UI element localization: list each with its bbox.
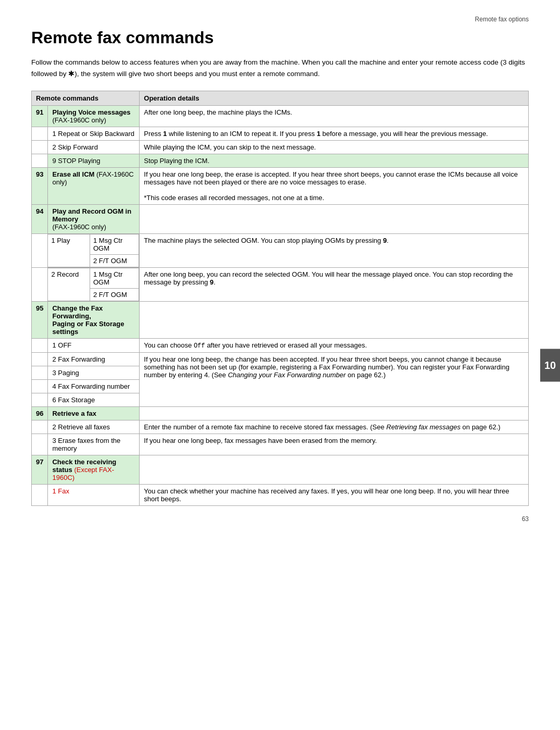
table-row: 2 Record 1 Msg Ctr OGM 2 F/T OGM After o… xyxy=(32,268,529,302)
cmd-95-2fax: 2 Fax Forwarding xyxy=(48,353,140,366)
detail-94 xyxy=(140,205,529,234)
table-row: 97 Check the receiving status (Except FA… xyxy=(32,455,529,485)
cmd-label-94: Play and Record OGM in Memory(FAX-1960C … xyxy=(48,205,140,234)
main-table: Remote commands Operation details 91 Pla… xyxy=(31,91,529,506)
table-row: 2 Fax Forwarding If you hear one long be… xyxy=(32,353,529,366)
page-number: 63 xyxy=(31,515,529,523)
cmd-num-96: 96 xyxy=(32,407,48,420)
cmd-sub-91-1: 1 Repeat or Skip Backward xyxy=(48,127,140,141)
empty-cell xyxy=(32,366,48,380)
detail-97 xyxy=(140,455,529,485)
col1-header: Remote commands xyxy=(32,91,140,106)
empty-cell xyxy=(32,234,48,268)
detail-96 xyxy=(140,407,529,420)
cmd-94-record-cell: 2 Record 1 Msg Ctr OGM 2 F/T OGM xyxy=(48,268,140,302)
chapter-tab: 10 xyxy=(540,349,560,381)
sub-table-94-play: 1 Play 1 Msg Ctr OGM 2 F/T OGM xyxy=(48,234,139,267)
cmd-num-94: 94 xyxy=(32,205,48,234)
cmd-label-95: Change the Fax Forwarding,Paging or Fax … xyxy=(48,302,140,339)
cmd-96-3erase: 3 Erase faxes from the memory xyxy=(48,434,140,455)
detail-96-3erase: If you hear one long beep, fax messages … xyxy=(140,434,529,455)
col2-header: Operation details xyxy=(140,91,529,106)
sub-table-94-record: 2 Record 1 Msg Ctr OGM 2 F/T OGM xyxy=(48,268,139,301)
cmd-label-93: Erase all ICM (FAX-1960C only) xyxy=(48,168,140,205)
page-header: Remote fax options xyxy=(31,16,529,23)
detail-95-shared: If you hear one long beep, the change ha… xyxy=(140,353,529,407)
detail-sub-91-1: Press 1 while listening to an ICM to rep… xyxy=(140,127,529,141)
empty-cell xyxy=(32,434,48,455)
table-row: 1 Play 1 Msg Ctr OGM 2 F/T OGM The machi… xyxy=(32,234,529,268)
cmd-95-6storage: 6 Fax Storage xyxy=(48,393,140,407)
empty-cell xyxy=(32,353,48,366)
table-row: 96 Retrieve a fax xyxy=(32,407,529,420)
table-row: 1 Fax You can check whether your machine… xyxy=(32,485,529,506)
cmd-sub-91-2: 2 Skip Forward xyxy=(48,141,140,154)
detail-94-record: After one long beep, you can record the … xyxy=(140,268,529,302)
detail-96-2retrieve: Enter the number of a remote fax machine… xyxy=(140,420,529,434)
table-row: 9 STOP Playing Stop Playing the ICM. xyxy=(32,154,529,168)
cmd-num-93: 93 xyxy=(32,168,48,205)
cmd-94-play-cell: 1 Play 1 Msg Ctr OGM 2 F/T OGM xyxy=(48,234,140,268)
detail-95 xyxy=(140,302,529,339)
empty-cell xyxy=(32,154,48,168)
detail-sub-91-3: Stop Playing the ICM. xyxy=(140,154,529,168)
cmd-sub-91-3: 9 STOP Playing xyxy=(48,154,140,168)
table-row: 95 Change the Fax Forwarding,Paging or F… xyxy=(32,302,529,339)
empty-cell xyxy=(32,268,48,302)
detail-91: After one long beep, the machine plays t… xyxy=(140,106,529,127)
page-title: Remote fax commands xyxy=(31,28,529,47)
empty-cell xyxy=(32,420,48,434)
detail-93: If you hear one long beep, the erase is … xyxy=(140,168,529,205)
cmd-label-96: Retrieve a fax xyxy=(48,407,140,420)
table-row: 2 Skip Forward While playing the ICM, yo… xyxy=(32,141,529,154)
cmd-num-91: 91 xyxy=(32,106,48,127)
table-row: 91 Playing Voice messages(FAX-1960C only… xyxy=(32,106,529,127)
cmd-num-97: 97 xyxy=(32,455,48,485)
intro-text: Follow the commands below to access feat… xyxy=(31,57,529,79)
empty-cell xyxy=(32,485,48,506)
empty-cell xyxy=(32,127,48,141)
table-row: 1 OFF You can choose Off after you have … xyxy=(32,339,529,353)
detail-95-1off: You can choose Off after you have retrie… xyxy=(140,339,529,353)
empty-cell xyxy=(32,141,48,154)
detail-97-1fax: You can check whether your machine has r… xyxy=(140,485,529,506)
cmd-label-91: Playing Voice messages(FAX-1960C only) xyxy=(48,106,140,127)
cmd-95-3paging: 3 Paging xyxy=(48,366,140,380)
cmd-95-1off: 1 OFF xyxy=(48,339,140,353)
table-row: 3 Erase faxes from the memory If you hea… xyxy=(32,434,529,455)
table-row: 94 Play and Record OGM in Memory(FAX-196… xyxy=(32,205,529,234)
empty-cell xyxy=(32,393,48,407)
table-row: 2 Retrieve all faxes Enter the number of… xyxy=(32,420,529,434)
detail-sub-91-2: While playing the ICM, you can skip to t… xyxy=(140,141,529,154)
table-row: 1 Repeat or Skip Backward Press 1 while … xyxy=(32,127,529,141)
empty-cell xyxy=(32,380,48,393)
cmd-97-1fax: 1 Fax xyxy=(48,485,140,506)
table-row: 93 Erase all ICM (FAX-1960C only) If you… xyxy=(32,168,529,205)
detail-94-play: The machine plays the selected OGM. You … xyxy=(140,234,529,268)
cmd-label-97: Check the receiving status (Except FAX-1… xyxy=(48,455,140,485)
cmd-num-95: 95 xyxy=(32,302,48,339)
empty-cell xyxy=(32,339,48,353)
cmd-95-4faxnum: 4 Fax Forwarding number xyxy=(48,380,140,393)
cmd-96-2retrieve: 2 Retrieve all faxes xyxy=(48,420,140,434)
